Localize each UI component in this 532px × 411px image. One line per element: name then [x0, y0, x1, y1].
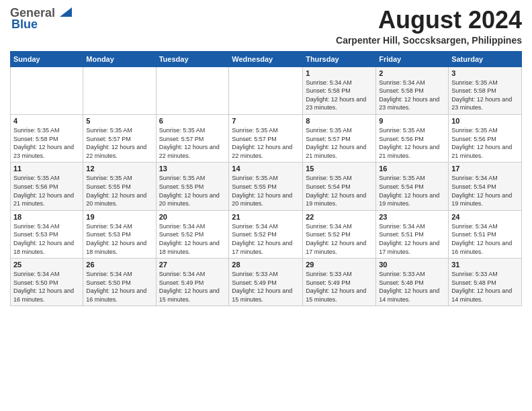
- day-number: 5: [86, 117, 152, 125]
- table-row: 14Sunrise: 5:35 AM Sunset: 5:55 PM Dayli…: [229, 163, 303, 210]
- day-info: Sunrise: 5:33 AM Sunset: 5:48 PM Dayligh…: [451, 270, 519, 304]
- day-info: Sunrise: 5:33 AM Sunset: 5:48 PM Dayligh…: [379, 270, 445, 304]
- day-number: 17: [451, 165, 519, 173]
- table-row: 19Sunrise: 5:34 AM Sunset: 5:53 PM Dayli…: [83, 210, 156, 258]
- table-row: 2Sunrise: 5:34 AM Sunset: 5:58 PM Daylig…: [376, 66, 449, 114]
- day-info: Sunrise: 5:35 AM Sunset: 5:57 PM Dayligh…: [86, 126, 152, 160]
- day-number: 19: [86, 213, 152, 221]
- table-row: 27Sunrise: 5:34 AM Sunset: 5:49 PM Dayli…: [156, 259, 229, 306]
- header-saturday: Saturday: [449, 51, 522, 66]
- day-number: 11: [13, 165, 80, 173]
- table-row: 4Sunrise: 5:35 AM Sunset: 5:58 PM Daylig…: [11, 114, 83, 162]
- day-number: 27: [159, 261, 226, 269]
- day-info: Sunrise: 5:35 AM Sunset: 5:57 PM Dayligh…: [232, 126, 300, 160]
- header-thursday: Thursday: [303, 51, 376, 66]
- day-info: Sunrise: 5:34 AM Sunset: 5:52 PM Dayligh…: [159, 222, 226, 256]
- day-number: 10: [451, 117, 519, 125]
- day-number: 29: [306, 261, 373, 269]
- day-number: 3: [451, 69, 519, 77]
- day-info: Sunrise: 5:34 AM Sunset: 5:58 PM Dayligh…: [306, 79, 373, 112]
- table-row: 15Sunrise: 5:35 AM Sunset: 5:54 PM Dayli…: [303, 163, 376, 210]
- day-number: 14: [232, 165, 300, 173]
- day-number: 15: [306, 165, 373, 173]
- table-row: [83, 66, 156, 114]
- day-number: 12: [86, 165, 152, 173]
- table-row: 24Sunrise: 5:34 AM Sunset: 5:51 PM Dayli…: [449, 210, 522, 258]
- day-number: 13: [159, 165, 226, 173]
- day-info: Sunrise: 5:34 AM Sunset: 5:49 PM Dayligh…: [159, 270, 226, 304]
- calendar-week-row: 18Sunrise: 5:34 AM Sunset: 5:53 PM Dayli…: [11, 210, 522, 258]
- day-info: Sunrise: 5:35 AM Sunset: 5:56 PM Dayligh…: [451, 126, 519, 160]
- svg-marker-0: [60, 7, 72, 17]
- day-info: Sunrise: 5:35 AM Sunset: 5:54 PM Dayligh…: [379, 174, 445, 208]
- day-info: Sunrise: 5:35 AM Sunset: 5:57 PM Dayligh…: [306, 126, 373, 160]
- day-number: 28: [232, 261, 300, 269]
- day-info: Sunrise: 5:34 AM Sunset: 5:53 PM Dayligh…: [13, 222, 80, 256]
- day-info: Sunrise: 5:35 AM Sunset: 5:55 PM Dayligh…: [86, 174, 152, 208]
- table-row: 20Sunrise: 5:34 AM Sunset: 5:52 PM Dayli…: [156, 210, 229, 258]
- table-row: 21Sunrise: 5:34 AM Sunset: 5:52 PM Dayli…: [229, 210, 303, 258]
- day-info: Sunrise: 5:34 AM Sunset: 5:53 PM Dayligh…: [86, 222, 152, 256]
- calendar-week-row: 11Sunrise: 5:35 AM Sunset: 5:56 PM Dayli…: [11, 163, 522, 210]
- table-row: 1Sunrise: 5:34 AM Sunset: 5:58 PM Daylig…: [303, 66, 376, 114]
- table-row: 30Sunrise: 5:33 AM Sunset: 5:48 PM Dayli…: [376, 259, 449, 306]
- header-sunday: Sunday: [11, 51, 83, 66]
- day-info: Sunrise: 5:34 AM Sunset: 5:50 PM Dayligh…: [86, 270, 152, 304]
- table-row: 3Sunrise: 5:35 AM Sunset: 5:58 PM Daylig…: [449, 66, 522, 114]
- subtitle: Carpenter Hill, Soccsksargen, Philippine…: [336, 35, 522, 46]
- header-wednesday: Wednesday: [229, 51, 303, 66]
- table-row: 18Sunrise: 5:34 AM Sunset: 5:53 PM Dayli…: [11, 210, 83, 258]
- title-area: August 2024 Carpenter Hill, Soccsksargen…: [336, 7, 522, 46]
- day-info: Sunrise: 5:34 AM Sunset: 5:58 PM Dayligh…: [379, 79, 445, 112]
- day-info: Sunrise: 5:34 AM Sunset: 5:51 PM Dayligh…: [451, 222, 519, 256]
- header-tuesday: Tuesday: [156, 51, 229, 66]
- day-number: 16: [379, 165, 445, 173]
- day-number: 21: [232, 213, 300, 221]
- day-info: Sunrise: 5:34 AM Sunset: 5:50 PM Dayligh…: [13, 270, 80, 304]
- day-number: 24: [451, 213, 519, 221]
- day-number: 8: [306, 117, 373, 125]
- table-row: [229, 66, 303, 114]
- table-row: 9Sunrise: 5:35 AM Sunset: 5:56 PM Daylig…: [376, 114, 449, 162]
- day-info: Sunrise: 5:35 AM Sunset: 5:58 PM Dayligh…: [13, 126, 80, 160]
- calendar-week-row: 1Sunrise: 5:34 AM Sunset: 5:58 PM Daylig…: [11, 66, 522, 114]
- table-row: 17Sunrise: 5:34 AM Sunset: 5:54 PM Dayli…: [449, 163, 522, 210]
- table-row: 8Sunrise: 5:35 AM Sunset: 5:57 PM Daylig…: [303, 114, 376, 162]
- day-number: 4: [13, 117, 80, 125]
- table-row: 26Sunrise: 5:34 AM Sunset: 5:50 PM Dayli…: [83, 259, 156, 306]
- day-info: Sunrise: 5:35 AM Sunset: 5:58 PM Dayligh…: [451, 79, 519, 112]
- table-row: 31Sunrise: 5:33 AM Sunset: 5:48 PM Dayli…: [449, 259, 522, 306]
- day-number: 1: [306, 69, 373, 77]
- table-row: 7Sunrise: 5:35 AM Sunset: 5:57 PM Daylig…: [229, 114, 303, 162]
- table-row: 11Sunrise: 5:35 AM Sunset: 5:56 PM Dayli…: [11, 163, 83, 210]
- day-info: Sunrise: 5:34 AM Sunset: 5:54 PM Dayligh…: [451, 174, 519, 208]
- day-info: Sunrise: 5:33 AM Sunset: 5:49 PM Dayligh…: [232, 270, 300, 304]
- day-info: Sunrise: 5:35 AM Sunset: 5:55 PM Dayligh…: [159, 174, 226, 208]
- day-number: 7: [232, 117, 300, 125]
- logo: General Blue: [10, 7, 72, 32]
- day-info: Sunrise: 5:34 AM Sunset: 5:51 PM Dayligh…: [379, 222, 445, 256]
- table-row: 13Sunrise: 5:35 AM Sunset: 5:55 PM Dayli…: [156, 163, 229, 210]
- day-number: 25: [13, 261, 80, 269]
- table-row: 12Sunrise: 5:35 AM Sunset: 5:55 PM Dayli…: [83, 163, 156, 210]
- table-row: 10Sunrise: 5:35 AM Sunset: 5:56 PM Dayli…: [449, 114, 522, 162]
- main-title: August 2024: [336, 7, 522, 34]
- table-row: [11, 66, 83, 114]
- table-row: 5Sunrise: 5:35 AM Sunset: 5:57 PM Daylig…: [83, 114, 156, 162]
- day-number: 26: [86, 261, 152, 269]
- logo-blue: Blue: [10, 18, 38, 32]
- day-number: 23: [379, 213, 445, 221]
- table-row: 22Sunrise: 5:34 AM Sunset: 5:52 PM Dayli…: [303, 210, 376, 258]
- day-info: Sunrise: 5:34 AM Sunset: 5:52 PM Dayligh…: [306, 222, 373, 256]
- table-row: 23Sunrise: 5:34 AM Sunset: 5:51 PM Dayli…: [376, 210, 449, 258]
- table-row: 16Sunrise: 5:35 AM Sunset: 5:54 PM Dayli…: [376, 163, 449, 210]
- day-info: Sunrise: 5:33 AM Sunset: 5:49 PM Dayligh…: [306, 270, 373, 304]
- day-number: 2: [379, 69, 445, 77]
- calendar-week-row: 25Sunrise: 5:34 AM Sunset: 5:50 PM Dayli…: [11, 259, 522, 306]
- day-info: Sunrise: 5:35 AM Sunset: 5:54 PM Dayligh…: [306, 174, 373, 208]
- table-row: 29Sunrise: 5:33 AM Sunset: 5:49 PM Dayli…: [303, 259, 376, 306]
- day-number: 31: [451, 261, 519, 269]
- page-header: General Blue August 2024 Carpenter Hill,…: [10, 7, 522, 46]
- header-friday: Friday: [376, 51, 449, 66]
- header-monday: Monday: [83, 51, 156, 66]
